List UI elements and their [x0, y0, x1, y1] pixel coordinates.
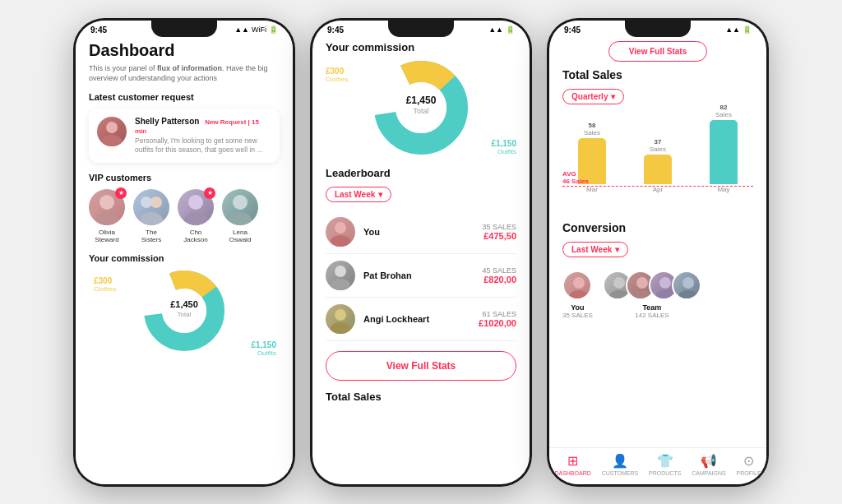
bar-month-apr: Apr: [653, 186, 663, 193]
star-badge-olivia: ★: [115, 187, 127, 199]
svg-point-5: [150, 197, 162, 208]
quarterly-filter[interactable]: Quarterly ▾: [562, 89, 624, 104]
conv-name-team: Team: [643, 303, 662, 312]
customer-card[interactable]: Shelly Patterson New Request | 15 min Pe…: [89, 109, 280, 163]
lb-name-you: You: [363, 227, 474, 237]
avatar-shelly: [97, 117, 127, 146]
products-icon: 👕: [657, 453, 673, 469]
nav-dashboard[interactable]: ⊞ DASHBOARD: [554, 453, 590, 476]
conv-person-you: You 35 SALES: [562, 270, 593, 319]
svg-text:Total: Total: [178, 311, 192, 318]
campaigns-icon: 📢: [701, 453, 717, 469]
avg-line: [562, 186, 753, 187]
svg-point-1: [102, 135, 122, 146]
lb-avatar-you: [326, 217, 355, 247]
conv-avatar-row-team: [603, 270, 701, 300]
conv-sales-team: 142 SALES: [635, 312, 669, 319]
bar-group-apr: 37Sales Apr: [628, 138, 687, 193]
nav-products[interactable]: 👕 PRODUCTS: [649, 453, 681, 476]
svg-point-9: [233, 195, 248, 210]
lb-row-you[interactable]: You 35 SALES £475,50: [326, 210, 516, 254]
svg-point-31: [636, 277, 648, 289]
conv-avatar-t4: [672, 270, 701, 300]
chevron-down-icon-conv: ▾: [615, 245, 619, 254]
donut-p2: £1,450 Total £300 Clothes £1,150 Outfits: [326, 60, 516, 159]
view-full-btn-p3-top[interactable]: View Full Stats: [608, 41, 707, 62]
conv-person-team: Team 142 SALES: [603, 270, 701, 319]
nav-label-products: PRODUCTS: [649, 470, 681, 476]
vip-name-cho: ChoJackson: [183, 229, 207, 243]
svg-point-8: [184, 212, 207, 225]
lb-name-angi: Angi Lockheart: [363, 314, 470, 324]
vip-item-cho[interactable]: ★ ChoJackson: [178, 189, 214, 243]
dashboard-icon: ⊞: [567, 453, 578, 469]
svg-point-28: [569, 290, 589, 300]
leaderboard-filter[interactable]: Last Week ▾: [326, 187, 391, 202]
bar-month-may: May: [717, 186, 729, 193]
status-bar-1: 9:45 ▲▲ WiFi 🔋: [76, 21, 293, 35]
lb-avatar-pat: [326, 261, 355, 290]
svg-point-36: [678, 290, 698, 300]
conv-name-you: You: [571, 303, 584, 312]
svg-point-34: [655, 290, 675, 300]
svg-point-27: [573, 277, 585, 289]
view-full-btn-p2[interactable]: View Full Stats: [326, 351, 516, 381]
nav-label-campaigns: CAMPAIGNS: [692, 470, 726, 476]
svg-point-29: [613, 277, 625, 289]
screen-2: Your commission £1,450 Total £300 Clothe…: [312, 35, 530, 484]
nav-customers[interactable]: 👤 CUSTOMERS: [602, 453, 639, 476]
profile-icon: ⊙: [743, 453, 754, 469]
nav-campaigns[interactable]: 📢 CAMPAIGNS: [692, 453, 726, 476]
dashboard-title: Dashboard: [89, 41, 280, 60]
customer-info: Shelly Patterson New Request | 15 min Pe…: [135, 117, 271, 155]
bar-chart: AVG 46 Sales 58Sales Mar 37Sales: [562, 113, 753, 211]
donut-outfits-label-p1: £1,150 Outfits: [251, 340, 276, 357]
notch-3: [625, 21, 691, 37]
svg-text:£1,450: £1,450: [170, 299, 198, 309]
commission-label-p1: Your commission: [89, 253, 280, 263]
donut-svg-p2: £1,450 Total: [363, 60, 479, 155]
nav-label-customers: CUSTOMERS: [602, 470, 639, 476]
phone-2: 9:45 ▲▲🔋 Your commission £1,450 Total £3…: [310, 18, 532, 487]
status-icons-2: ▲▲🔋: [488, 25, 515, 34]
lb-sales-pat: 45 SALES £820,00: [482, 266, 516, 284]
dashboard-subtitle: This is your panel of flux of informatio…: [89, 63, 280, 84]
svg-point-33: [659, 277, 671, 289]
vip-item-olivia[interactable]: ★ OliviaSteward: [89, 189, 125, 243]
bar-group-may: 82Sales May: [694, 104, 753, 193]
svg-point-2: [99, 195, 114, 210]
customers-icon: 👤: [612, 453, 628, 469]
status-time-2: 9:45: [327, 25, 344, 35]
nav-profile[interactable]: ⊙ PROFILE: [737, 453, 761, 476]
conversion-title: Conversion: [562, 221, 753, 234]
notch-2: [388, 21, 454, 37]
svg-point-21: [335, 222, 346, 234]
conversion-filter[interactable]: Last Week ▾: [562, 242, 628, 257]
conversion-section: Conversion Last Week ▾ You 35 SALES: [562, 221, 753, 319]
vip-item-sisters[interactable]: TheSisters: [133, 189, 169, 243]
lb-sales-you: 35 SALES £475,50: [482, 223, 516, 241]
avg-label: AVG 46 Sales: [562, 170, 589, 185]
donut-svg-p1: £1,450 Total: [135, 270, 234, 352]
svg-point-10: [229, 212, 252, 225]
svg-point-3: [95, 212, 118, 225]
star-badge-cho: ★: [204, 187, 215, 199]
view-full-top: View Full Stats: [562, 41, 753, 62]
total-sales-title-p3: Total Sales: [562, 68, 753, 81]
svg-point-22: [331, 235, 350, 247]
status-icons-3: ▲▲🔋: [725, 25, 752, 34]
svg-text:Total: Total: [413, 107, 428, 115]
phone-1: 9:45 ▲▲ WiFi 🔋 Dashboard This is your pa…: [73, 18, 295, 487]
donut-clothes-label-p2: £300 Clothes: [326, 67, 348, 83]
lb-name-pat: Pat Brohan: [363, 270, 474, 280]
nav-label-dashboard: DASHBOARD: [554, 470, 590, 476]
status-bar-3: 9:45 ▲▲🔋: [549, 21, 766, 35]
vip-name-lena: LenaOswald: [229, 229, 252, 243]
customer-text: Personally, I'm looking to get some new …: [135, 136, 271, 155]
vip-item-lena[interactable]: LenaOswald: [222, 189, 258, 243]
notch-1: [151, 21, 217, 37]
lb-row-pat[interactable]: Pat Brohan 45 SALES £820,00: [326, 254, 516, 298]
customer-name: Shelly Patterson New Request | 15 min: [135, 117, 271, 135]
chevron-down-icon: ▾: [378, 190, 382, 199]
lb-row-angi[interactable]: Angi Lockheart 61 SALES £1020,00: [326, 298, 516, 341]
